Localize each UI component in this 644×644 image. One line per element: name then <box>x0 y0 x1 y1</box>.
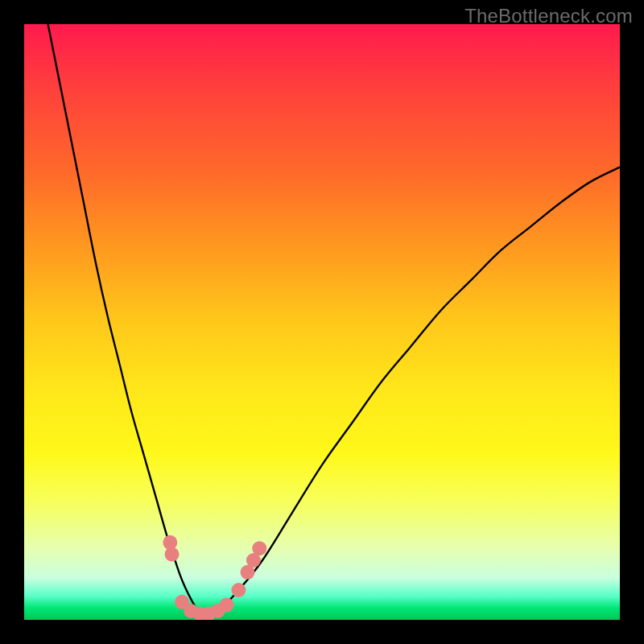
marker-dot <box>252 541 266 555</box>
marker-dots <box>163 535 266 620</box>
marker-dot <box>220 598 234 613</box>
curve-group <box>48 24 620 615</box>
watermark-text: TheBottleneck.com <box>464 5 633 27</box>
curves-layer <box>24 24 620 620</box>
marker-dot <box>231 583 246 597</box>
chart-frame: TheBottleneck.com <box>0 0 644 644</box>
plot-area <box>24 24 620 620</box>
left-branch-curve <box>48 24 203 615</box>
marker-dot <box>165 547 180 562</box>
